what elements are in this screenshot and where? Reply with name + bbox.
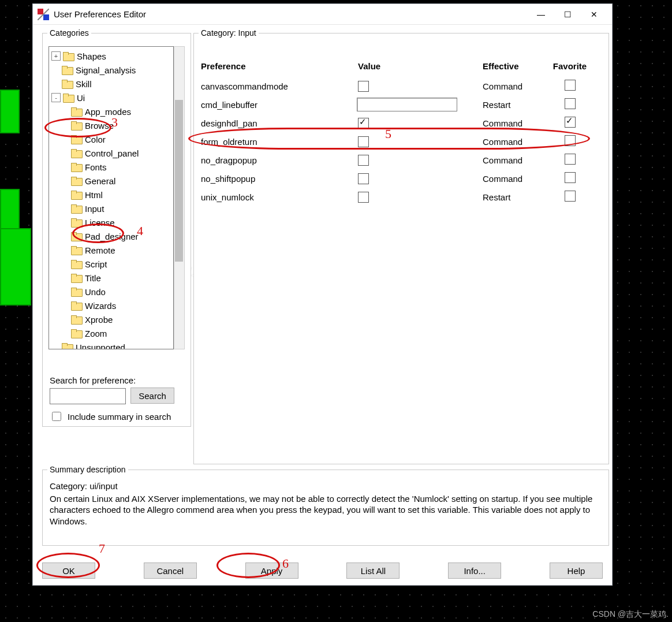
tree-item-title[interactable]: Title xyxy=(50,271,172,285)
apply-button[interactable]: Apply xyxy=(245,563,298,579)
value-checkbox[interactable] xyxy=(358,155,369,166)
help-button[interactable]: Help xyxy=(550,563,603,579)
expand-icon[interactable]: - xyxy=(51,93,61,102)
pref-row-no_dragpopup: no_dragpopupCommand xyxy=(201,151,602,169)
tree-item-label: Control_panel xyxy=(85,148,139,158)
pref-name: no_dragpopup xyxy=(201,155,358,165)
tree-item-label: Xprobe xyxy=(85,315,113,325)
expand-icon[interactable]: + xyxy=(51,51,61,61)
preference-table: Preference Value Effective Favorite canv… xyxy=(201,61,602,206)
value-checkbox[interactable] xyxy=(358,136,369,147)
value-checkbox[interactable] xyxy=(358,173,369,184)
favorite-checkbox[interactable] xyxy=(565,117,576,128)
pref-effective: Command xyxy=(483,174,550,184)
tree-item-unsupported[interactable]: Unsupported xyxy=(50,340,172,349)
pref-name: canvascommandmode xyxy=(201,81,358,91)
maximize-button[interactable]: ☐ xyxy=(554,6,581,23)
pref-name: form_oldreturn xyxy=(201,137,358,147)
pref-row-unix_numlock: unix_numlockRestart xyxy=(201,188,602,206)
folder-icon xyxy=(63,52,73,60)
annotation-6: 6 xyxy=(282,556,289,571)
tree-item-ui[interactable]: -Ui xyxy=(50,91,172,105)
tree-item-color[interactable]: Color xyxy=(50,132,172,146)
folder-icon xyxy=(71,204,81,213)
ok-button[interactable]: OK xyxy=(42,563,95,579)
tree-item-undo[interactable]: Undo xyxy=(50,285,172,299)
folder-icon xyxy=(71,107,81,116)
pref-row-canvascommandmode: canvascommandmodeCommand xyxy=(201,77,602,95)
tree-item-remote[interactable]: Remote xyxy=(50,243,172,257)
tree-item-label: Html xyxy=(85,190,103,200)
tree-item-label: License xyxy=(85,218,115,228)
pref-name: cmd_linebuffer xyxy=(201,100,358,110)
tree-item-label: Color xyxy=(85,135,106,144)
header-value: Value xyxy=(358,61,483,71)
tree-item-skill[interactable]: Skill xyxy=(50,77,172,91)
svg-rect-1 xyxy=(43,14,49,20)
tree-item-signal_analysis[interactable]: Signal_analysis xyxy=(50,63,172,77)
folder-icon xyxy=(71,246,81,254)
page-watermark: CSDN @吉大一菜鸡. xyxy=(592,609,669,620)
tree-item-label: Wizards xyxy=(85,301,116,311)
tree-scrollbar[interactable] xyxy=(174,46,185,349)
tree-item-label: Undo xyxy=(85,287,106,297)
favorite-checkbox[interactable] xyxy=(565,191,576,202)
folder-icon xyxy=(71,232,81,240)
folder-icon xyxy=(62,80,72,88)
tree-item-general[interactable]: General xyxy=(50,174,172,188)
pref-row-no_shiftpopup: no_shiftpopupCommand xyxy=(201,169,602,188)
folder-icon xyxy=(71,121,81,129)
pref-effective: Command xyxy=(483,81,550,91)
cancel-button[interactable]: Cancel xyxy=(144,563,197,579)
tree-item-pad_designer[interactable]: Pad_designer xyxy=(50,229,172,243)
tree-item-script[interactable]: Script xyxy=(50,257,172,271)
list-all-button[interactable]: List All xyxy=(346,563,400,579)
value-checkbox[interactable] xyxy=(358,118,369,129)
tree-item-control_panel[interactable]: Control_panel xyxy=(50,146,172,160)
folder-icon xyxy=(71,135,81,143)
favorite-checkbox[interactable] xyxy=(565,172,576,183)
value-input[interactable] xyxy=(357,98,457,111)
header-preference: Preference xyxy=(201,61,358,71)
favorite-checkbox[interactable] xyxy=(565,154,576,165)
value-checkbox[interactable] xyxy=(358,192,369,203)
tree-item-zoom[interactable]: Zoom xyxy=(50,326,172,340)
folder-icon xyxy=(62,343,72,349)
favorite-checkbox[interactable] xyxy=(565,80,576,91)
tree-item-label: App_modes xyxy=(85,107,131,117)
tree-item-label: Pad_designer xyxy=(85,232,139,241)
tree-item-shapes[interactable]: +Shapes xyxy=(50,49,172,63)
folder-icon xyxy=(71,260,81,268)
search-input[interactable] xyxy=(50,388,126,404)
pref-name: no_shiftpopup xyxy=(201,174,358,184)
pref-effective: Restart xyxy=(483,192,550,202)
titlebar[interactable]: User Preferences Editor — ☐ ✕ xyxy=(33,4,612,25)
tree-item-html[interactable]: Html xyxy=(50,188,172,202)
folder-icon xyxy=(71,218,81,226)
include-summary-checkbox[interactable]: Include summary in search xyxy=(50,410,171,423)
folder-icon xyxy=(71,177,81,185)
tree-item-wizards[interactable]: Wizards xyxy=(50,299,172,312)
favorite-checkbox[interactable] xyxy=(565,98,576,109)
tree-item-input[interactable]: Input xyxy=(50,202,172,215)
annotation-7: 7 xyxy=(99,541,105,556)
tree-item-license[interactable]: License xyxy=(50,215,172,229)
info-button[interactable]: Info... xyxy=(448,563,501,579)
pref-effective: Command xyxy=(483,118,550,128)
tree-item-xprobe[interactable]: Xprobe xyxy=(50,312,172,326)
include-summary-label: Include summary in search xyxy=(68,412,171,422)
preferences-window: User Preferences Editor — ☐ ✕ 2024-05-15… xyxy=(32,3,613,586)
value-checkbox[interactable] xyxy=(358,81,369,92)
search-button[interactable]: Search xyxy=(130,388,174,404)
tree-item-label: Shapes xyxy=(77,51,106,61)
pref-row-designhdl_pan: designhdl_panCommand xyxy=(201,114,602,132)
window-title: User Preferences Editor xyxy=(54,9,528,19)
tree-item-fonts[interactable]: Fonts xyxy=(50,160,172,174)
close-button[interactable]: ✕ xyxy=(581,6,607,23)
minimize-button[interactable]: — xyxy=(528,6,554,23)
favorite-checkbox[interactable] xyxy=(565,135,576,146)
category-label: Category: Input xyxy=(199,28,259,38)
categories-tree[interactable]: +ShapesSignal_analysisSkill-UiApp_modesB… xyxy=(48,46,174,349)
include-summary-input[interactable] xyxy=(52,412,61,421)
tree-item-label: Signal_analysis xyxy=(76,65,136,75)
